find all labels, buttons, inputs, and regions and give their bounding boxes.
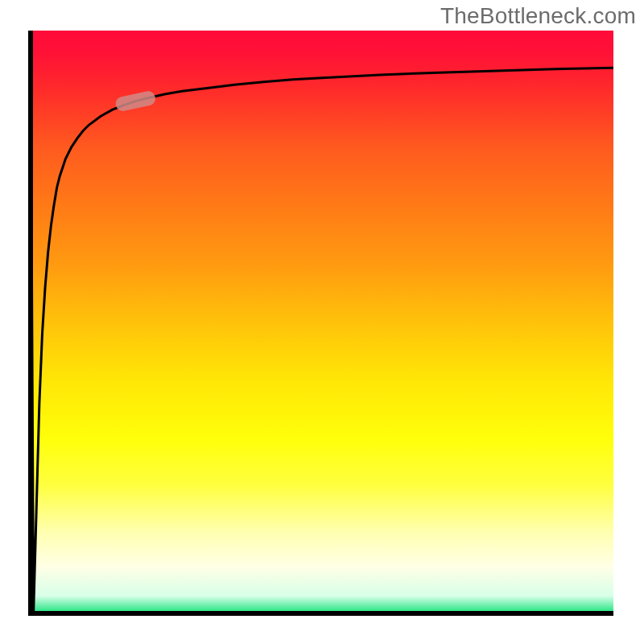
chart-stage: TheBottleneck.com bbox=[0, 0, 644, 644]
plot-background bbox=[31, 31, 613, 613]
bottleneck-chart bbox=[0, 0, 644, 644]
